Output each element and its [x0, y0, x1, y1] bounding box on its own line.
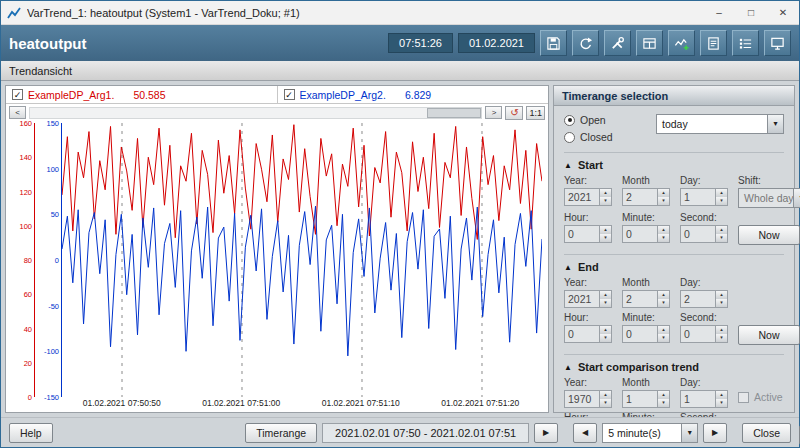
one-to-one-button[interactable]: 1:1 [526, 106, 545, 120]
spin-up-icon[interactable]: ▴ [658, 391, 669, 399]
undo-zoom-button[interactable]: ↺ [505, 106, 523, 120]
refresh-button[interactable] [572, 30, 599, 56]
start-day-spinner[interactable]: 1▴▾ [680, 188, 728, 206]
spin-down-icon[interactable]: ▾ [600, 334, 611, 342]
legend-button[interactable] [732, 30, 759, 56]
y-axis-red: 160140120100806040200 [8, 123, 35, 397]
start-now-button[interactable]: Now [738, 225, 800, 245]
curve2-label: ExampleDP_Arg2. [300, 89, 386, 101]
spin-up-icon[interactable]: ▴ [600, 189, 611, 197]
display-button[interactable] [764, 30, 791, 56]
page-title: heatoutput [9, 35, 86, 52]
comparison-month-spinner[interactable]: 1▴▾ [622, 390, 670, 408]
spin-up-icon[interactable]: ▴ [600, 291, 611, 299]
spin-up-icon[interactable]: ▴ [600, 226, 611, 234]
legend-bar: ✓ ExampleDP_Arg1. 50.585 ✓ ExampleDP_Arg… [6, 86, 548, 104]
comparison-day-spinner[interactable]: 1▴▾ [680, 390, 728, 408]
comparison-year-spinner[interactable]: 1970▴▾ [564, 390, 612, 408]
spin-up-icon[interactable]: ▴ [600, 326, 611, 334]
spin-down-icon[interactable]: ▾ [716, 399, 727, 407]
spin-up-icon[interactable]: ▴ [600, 391, 611, 399]
end-hour-spinner[interactable]: 0▴▾ [564, 325, 612, 343]
chevron-down-icon[interactable]: ▾ [681, 424, 697, 442]
close-button[interactable]: Close [742, 423, 791, 443]
spin-down-icon[interactable]: ▾ [600, 234, 611, 242]
start-minute-spinner[interactable]: 0▴▾ [622, 225, 670, 243]
close-window-button[interactable]: ✕ [767, 1, 799, 24]
end-day-spinner[interactable]: 2▴▾ [680, 290, 728, 308]
radio-open-dot[interactable] [564, 115, 575, 126]
spin-down-icon[interactable]: ▾ [658, 334, 669, 342]
start-second-spinner[interactable]: 0▴▾ [680, 225, 728, 243]
scroll-left-button[interactable]: < [9, 106, 26, 119]
save-button[interactable] [540, 30, 567, 56]
step-forward-button[interactable]: ▶ [534, 423, 558, 443]
year-label: Year: [564, 277, 614, 289]
spin-up-icon[interactable]: ▴ [716, 391, 727, 399]
timerange-button[interactable]: Timerange [245, 423, 317, 443]
mode-row: Open Closed today▾ [564, 114, 784, 143]
curve1-checkbox[interactable]: ✓ [12, 89, 23, 100]
spin-up-icon[interactable]: ▴ [716, 326, 727, 334]
spin-down-icon[interactable]: ▾ [716, 234, 727, 242]
scrollbar-track[interactable] [29, 107, 482, 119]
spin-up-icon[interactable]: ▴ [716, 291, 727, 299]
spin-down-icon[interactable]: ▾ [658, 299, 669, 307]
help-button[interactable]: Help [9, 423, 53, 443]
spin-up-icon[interactable]: ▴ [658, 226, 669, 234]
window-controls: – □ ✕ [703, 1, 799, 24]
chevron-down-icon[interactable]: ▾ [793, 189, 800, 207]
spin-down-icon[interactable]: ▾ [600, 197, 611, 205]
spin-up-icon[interactable]: ▴ [658, 291, 669, 299]
radio-closed-dot[interactable] [564, 132, 575, 143]
spin-down-icon[interactable]: ▾ [658, 399, 669, 407]
end-month-spinner[interactable]: 2▴▾ [622, 290, 670, 308]
end-second-spinner[interactable]: 0▴▾ [680, 325, 728, 343]
legend-item: ✓ ExampleDP_Arg1. 50.585 [6, 86, 278, 103]
spin-up-icon[interactable]: ▴ [658, 189, 669, 197]
scrollbar-thumb[interactable] [427, 108, 481, 118]
add-curve-button[interactable] [668, 30, 695, 56]
start-hour-spinner[interactable]: 0▴▾ [564, 225, 612, 243]
start-year-spinner[interactable]: 2021▴▾ [564, 188, 612, 206]
end-year-spinner[interactable]: 2021▴▾ [564, 290, 612, 308]
start-month-spinner[interactable]: 2▴▾ [622, 188, 670, 206]
minimize-button[interactable]: – [703, 1, 735, 24]
combo-value: today [657, 115, 767, 133]
spin-down-icon[interactable]: ▾ [600, 299, 611, 307]
report-button[interactable] [700, 30, 727, 56]
spin-down-icon[interactable]: ▾ [600, 399, 611, 407]
spin-up-icon[interactable]: ▴ [658, 326, 669, 334]
preset-select[interactable]: today▾ [656, 114, 784, 134]
day-label: Day: [680, 377, 730, 389]
year-label: Year: [564, 175, 614, 187]
plot-area[interactable] [62, 123, 542, 397]
curve2-checkbox[interactable]: ✓ [284, 89, 295, 100]
spin-up-icon[interactable]: ▴ [716, 226, 727, 234]
add-curve-icon [674, 36, 689, 51]
active-checkbox[interactable] [738, 392, 749, 403]
minute-label: Minute: [622, 212, 672, 224]
settings-button[interactable] [604, 30, 631, 56]
end-now-button[interactable]: Now [738, 325, 800, 345]
end-minute-spinner[interactable]: 0▴▾ [622, 325, 670, 343]
radio-open[interactable]: Open [564, 114, 656, 126]
refresh-icon [578, 36, 593, 51]
interval-select[interactable]: 5 minute(s)▾ [602, 423, 698, 443]
shift-select[interactable]: Whole day▾ [738, 188, 800, 208]
spin-down-icon[interactable]: ▾ [716, 334, 727, 342]
split-view-button[interactable] [636, 30, 663, 56]
step-back-button[interactable]: ◀ [573, 423, 597, 443]
spin-down-icon[interactable]: ▾ [658, 234, 669, 242]
chevron-down-icon[interactable]: ▾ [767, 115, 783, 133]
scroll-right-button[interactable]: > [485, 106, 502, 119]
timerange-display: 2021.02.01 07:50 - 2021.02.01 07:51 [322, 423, 529, 443]
maximize-button[interactable]: □ [735, 1, 767, 24]
spin-down-icon[interactable]: ▾ [716, 299, 727, 307]
start-time-row: Hour:0▴▾ Minute:0▴▾ Second:0▴▾ Now [564, 212, 784, 245]
interval-forward-button[interactable]: ▶ [703, 423, 727, 443]
spin-down-icon[interactable]: ▾ [716, 197, 727, 205]
spin-down-icon[interactable]: ▾ [658, 197, 669, 205]
spin-up-icon[interactable]: ▴ [716, 189, 727, 197]
radio-closed[interactable]: Closed [564, 131, 656, 143]
